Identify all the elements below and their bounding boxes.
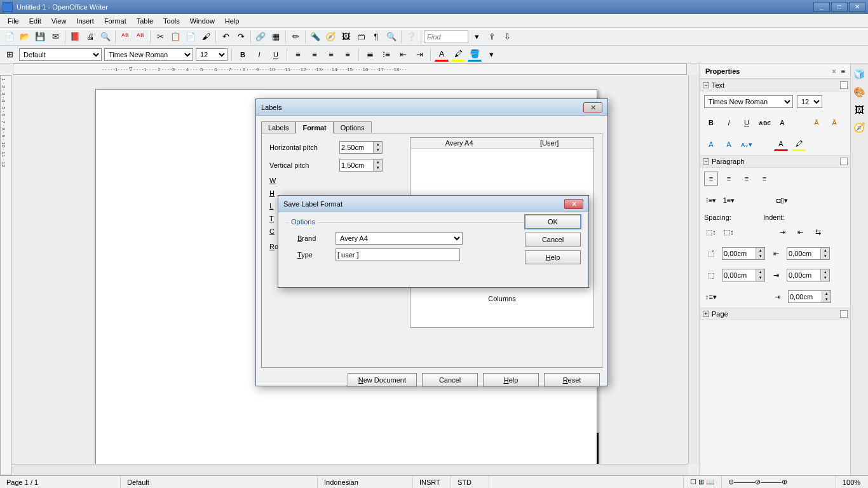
styles-icon[interactable]: ⊞ xyxy=(3,48,17,62)
tab-options[interactable]: Options xyxy=(334,121,372,133)
paragraph-style-select[interactable]: Default xyxy=(19,48,102,61)
zoom-icon[interactable]: 🔍 xyxy=(384,30,398,44)
status-view-icons[interactable]: ☐ ⊞ 📖 xyxy=(684,476,722,488)
status-page[interactable]: Page 1 / 1 xyxy=(0,476,121,488)
font-color-icon[interactable]: A xyxy=(435,48,449,62)
firstline-indent-input[interactable]: ▴▾ xyxy=(788,290,831,303)
bg-color-icon[interactable]: 🪣 xyxy=(468,48,482,62)
maximize-button[interactable]: □ xyxy=(831,2,848,12)
vertical-scrollbar[interactable] xyxy=(688,75,700,464)
para-bg-icon[interactable]: ◘▯▾ xyxy=(775,193,789,207)
format-paint-icon[interactable]: 🖌 xyxy=(199,30,213,44)
type-input[interactable] xyxy=(336,248,460,261)
align-center-icon[interactable]: ≡ xyxy=(308,48,322,62)
vertical-ruler[interactable]: 1 · 2 · 3 · 4 · 5 · 6 · 7 · 8 · 9 · 10 ·… xyxy=(0,75,11,475)
font-size-select[interactable]: 12 xyxy=(196,48,227,61)
right-indent-input[interactable]: ▴▾ xyxy=(787,269,830,281)
gallery-icon[interactable]: 🖼 xyxy=(339,30,353,44)
section-paragraph-header[interactable]: − Paragraph xyxy=(700,155,850,168)
align-justify-icon[interactable]: ≡ xyxy=(757,172,771,186)
close-panel-icon[interactable]: × xyxy=(832,67,836,75)
menu-edit[interactable]: Edit xyxy=(24,16,46,26)
tab-labels[interactable]: Labels xyxy=(261,121,295,133)
draw-icon[interactable]: ✏ xyxy=(288,30,302,44)
status-insert[interactable]: INSRT xyxy=(413,476,451,488)
cancel-button[interactable]: Cancel xyxy=(422,373,478,387)
reset-button[interactable]: Reset xyxy=(544,373,600,387)
dec-spacing-icon[interactable]: ⬚↕ xyxy=(722,225,736,239)
dec-indent-icon[interactable]: ⇤ xyxy=(793,225,807,239)
char-spacing-icon[interactable]: ᴀᵥ▾ xyxy=(740,137,754,151)
paste-icon[interactable]: 📄 xyxy=(184,30,198,44)
left-indent-icon[interactable]: ⇤ xyxy=(769,247,783,261)
zoom-value[interactable]: 100% xyxy=(836,476,868,488)
gallery-tab-icon[interactable]: 🖼 xyxy=(853,104,866,117)
ok-button[interactable]: OK xyxy=(525,215,581,229)
font-color-side-icon[interactable]: A xyxy=(774,137,788,151)
menu-view[interactable]: View xyxy=(46,16,72,26)
autospell-icon[interactable]: ᴬᴮ xyxy=(133,30,147,44)
cancel-button[interactable]: Cancel xyxy=(525,233,581,247)
highlight-icon[interactable]: 🖍 xyxy=(451,48,465,62)
below-spacing-input[interactable]: ▴▾ xyxy=(722,269,765,281)
help-button[interactable]: Help xyxy=(525,250,581,264)
undo-icon[interactable]: ↶ xyxy=(219,30,233,44)
section-text-header[interactable]: − Text xyxy=(700,79,850,92)
numbering-icon[interactable]: ≣ xyxy=(363,48,377,62)
save-dialog-close-icon[interactable]: ✕ xyxy=(564,199,583,209)
italic-icon[interactable]: I xyxy=(252,48,266,62)
more-options-icon[interactable] xyxy=(840,158,848,165)
inc-indent-icon[interactable]: ⇥ xyxy=(775,225,789,239)
styles-tab-icon[interactable]: 🎨 xyxy=(853,86,866,99)
numbering-side-icon[interactable]: 1≡▾ xyxy=(722,193,736,207)
above-spacing-icon[interactable]: ⬚́ xyxy=(704,247,718,261)
new-document-button[interactable]: New Document xyxy=(348,373,417,387)
open-icon[interactable]: 📂 xyxy=(18,30,32,44)
align-center-icon[interactable]: ≡ xyxy=(722,172,736,186)
tab-format[interactable]: Format xyxy=(295,121,333,133)
brand-select[interactable]: Avery A4 xyxy=(336,232,463,245)
font-size-side-select[interactable]: 12 xyxy=(797,95,822,108)
align-justify-icon[interactable]: ≡ xyxy=(341,48,355,62)
line-spacing-icon[interactable]: ↕≡▾ xyxy=(704,290,718,304)
vert-pitch-input[interactable]: ▴▾ xyxy=(339,159,383,172)
grow-font-icon[interactable]: Ă xyxy=(810,116,824,130)
align-left-icon[interactable]: ≡ xyxy=(704,172,718,186)
left-indent-input[interactable]: ▴▾ xyxy=(787,247,830,260)
horizontal-ruler[interactable]: · · · · ·1· · · · ∇ · · · ·1· · · · 2 · … xyxy=(13,64,687,75)
strikethrough-icon[interactable]: ᴀʙᴄ xyxy=(757,116,771,130)
minimize-button[interactable]: _ xyxy=(813,2,830,12)
bullets-side-icon[interactable]: ⁝≡▾ xyxy=(704,193,718,207)
find-prev-icon[interactable]: ⇧ xyxy=(485,30,499,44)
italic-icon[interactable]: I xyxy=(722,116,736,130)
hyperlink-icon[interactable]: 🔗 xyxy=(254,30,268,44)
find-icon[interactable]: 🔦 xyxy=(308,30,322,44)
email-icon[interactable]: ✉ xyxy=(48,30,62,44)
bullets-icon[interactable]: ⁝≡ xyxy=(379,48,393,62)
indent-dec-icon[interactable]: ⇤ xyxy=(396,48,410,62)
align-left-icon[interactable]: ≡ xyxy=(291,48,305,62)
properties-tab-icon[interactable]: 🧊 xyxy=(853,69,866,81)
align-right-icon[interactable]: ≡ xyxy=(324,48,338,62)
underline-icon[interactable]: U xyxy=(740,116,754,130)
table-icon[interactable]: ▦ xyxy=(269,30,283,44)
status-style[interactable]: Default xyxy=(121,476,318,488)
help-button[interactable]: Help xyxy=(483,373,539,387)
expand-icon[interactable]: + xyxy=(703,311,709,317)
font-name-select[interactable]: Times New Roman xyxy=(104,48,193,61)
above-spacing-input[interactable]: ▴▾ xyxy=(722,247,765,260)
datasource-icon[interactable]: 🗃 xyxy=(354,30,368,44)
menu-table[interactable]: Table xyxy=(132,16,158,26)
cut-icon[interactable]: ✂ xyxy=(153,30,167,44)
status-selection[interactable]: STD xyxy=(451,476,489,488)
horiz-pitch-input[interactable]: ▴▾ xyxy=(339,141,383,154)
underline-icon[interactable]: U xyxy=(269,48,283,62)
superscript-icon[interactable]: A xyxy=(704,137,718,151)
save-dialog-title-bar[interactable]: Save Label Format ✕ xyxy=(278,196,588,212)
align-right-icon[interactable]: ≡ xyxy=(740,172,754,186)
bold-icon[interactable]: B xyxy=(236,48,250,62)
menu-file[interactable]: File xyxy=(3,16,24,26)
find-dropdown-icon[interactable]: ▾ xyxy=(470,30,484,44)
indent-inc-icon[interactable]: ⇥ xyxy=(412,48,426,62)
shadow-icon[interactable]: A xyxy=(775,116,789,130)
